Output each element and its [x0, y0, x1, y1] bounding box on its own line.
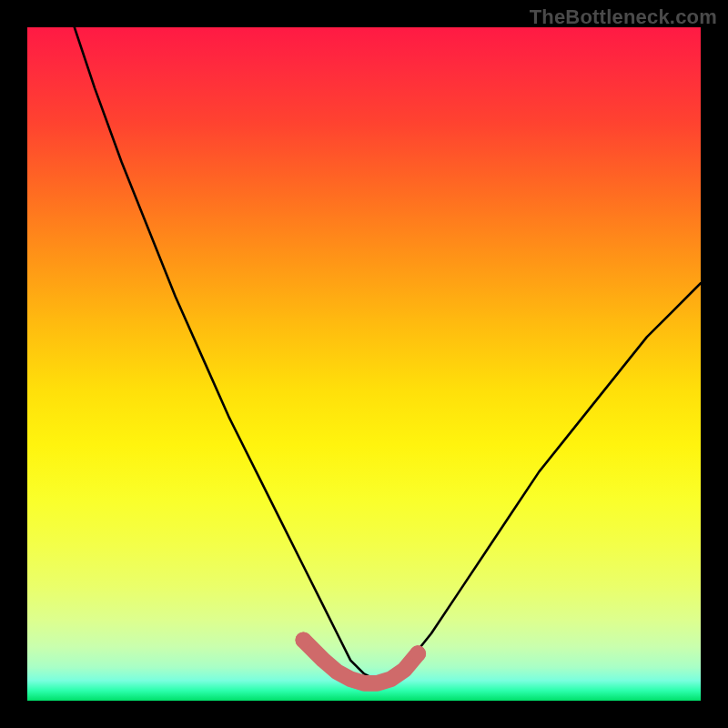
trough-highlight — [303, 640, 418, 682]
chart-frame: TheBottleneck.com — [0, 0, 728, 728]
bottleneck-curve — [75, 27, 701, 681]
plot-area — [27, 27, 701, 701]
watermark-text: TheBottleneck.com — [530, 5, 717, 29]
trough-dot-right — [410, 645, 426, 662]
trough-dot-left — [296, 632, 312, 649]
chart-svg — [27, 27, 701, 701]
